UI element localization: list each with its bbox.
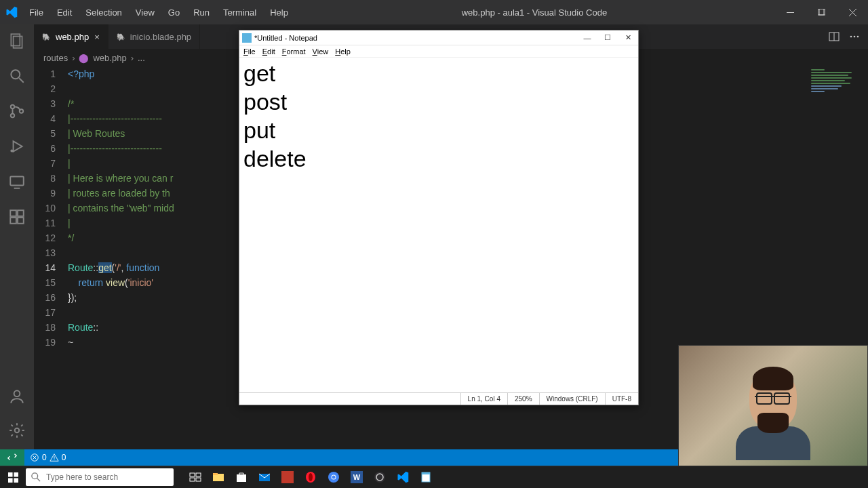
search-icon[interactable] bbox=[7, 66, 26, 85]
svg-point-20 bbox=[857, 36, 859, 38]
window-title: web.php - aula1 - Visual Studio Code bbox=[294, 7, 774, 18]
breadcrumb-folder[interactable]: routes bbox=[43, 53, 68, 63]
svg-rect-22 bbox=[8, 472, 13, 477]
svg-rect-23 bbox=[14, 472, 18, 477]
notepad-menu-edit[interactable]: Edit bbox=[262, 47, 275, 56]
source-control-icon[interactable] bbox=[7, 102, 26, 121]
vscode-titlebar: FileEditSelectionViewGoRunTerminalHelp w… bbox=[0, 0, 868, 24]
svg-point-37 bbox=[309, 473, 313, 481]
php-icon: ⬤ bbox=[79, 53, 89, 63]
svg-rect-30 bbox=[196, 478, 201, 481]
menu-file[interactable]: File bbox=[23, 0, 50, 24]
tab-inicio-blade-php[interactable]: 🐘inicio.blade.php bbox=[108, 24, 200, 49]
notepad-textarea[interactable]: getpostputdelete bbox=[239, 58, 638, 392]
menu-help[interactable]: Help bbox=[264, 0, 294, 24]
svg-rect-33 bbox=[237, 474, 246, 482]
svg-point-19 bbox=[854, 36, 856, 38]
svg-rect-14 bbox=[18, 218, 24, 224]
notepad-menu-file[interactable]: File bbox=[243, 47, 256, 56]
windows-taskbar: Type here to search W bbox=[0, 466, 868, 488]
svg-rect-1 bbox=[818, 9, 824, 15]
chevron-right-icon: › bbox=[72, 53, 75, 63]
notepad-line: delete bbox=[243, 144, 634, 173]
maximize-button[interactable] bbox=[806, 0, 837, 24]
notepad-cursor-pos: Ln 1, Col 4 bbox=[460, 393, 507, 405]
svg-rect-46 bbox=[422, 472, 430, 474]
start-button[interactable] bbox=[0, 466, 26, 489]
svg-rect-13 bbox=[10, 218, 16, 224]
svg-rect-27 bbox=[190, 473, 195, 476]
breadcrumb-file[interactable]: web.php bbox=[93, 53, 126, 63]
vscode-taskbar-icon[interactable] bbox=[392, 466, 414, 489]
store-icon[interactable] bbox=[231, 466, 252, 489]
menu-bar: FileEditSelectionViewGoRunTerminalHelp bbox=[23, 0, 294, 24]
php-icon: 🐘 bbox=[117, 33, 125, 41]
activity-bar bbox=[0, 24, 34, 449]
notepad-menu-help[interactable]: Help bbox=[335, 47, 351, 56]
svg-point-5 bbox=[11, 70, 20, 79]
task-view-icon[interactable] bbox=[184, 466, 206, 489]
obs-icon[interactable] bbox=[369, 466, 391, 489]
menu-terminal[interactable]: Terminal bbox=[217, 0, 262, 24]
opera-icon[interactable] bbox=[300, 466, 321, 489]
breadcrumb-trail[interactable]: ... bbox=[138, 53, 145, 63]
svg-rect-12 bbox=[18, 210, 24, 216]
svg-rect-25 bbox=[14, 478, 18, 483]
notepad-statusbar: Ln 1, Col 4 250% Windows (CRLF) UTF-8 bbox=[239, 392, 638, 405]
mail-icon[interactable] bbox=[254, 466, 275, 489]
debug-icon[interactable] bbox=[7, 137, 26, 156]
taskbar-search[interactable]: Type here to search bbox=[26, 468, 174, 486]
notepad-close-button[interactable]: ✕ bbox=[618, 33, 638, 42]
app-icon[interactable] bbox=[277, 466, 298, 489]
tab-web-php[interactable]: 🐘web.php× bbox=[34, 24, 108, 49]
close-tab-icon[interactable]: × bbox=[94, 32, 100, 42]
chrome-icon[interactable] bbox=[323, 466, 344, 489]
svg-point-40 bbox=[332, 476, 336, 479]
svg-rect-29 bbox=[190, 478, 195, 481]
notepad-line: get bbox=[243, 59, 634, 87]
svg-rect-2 bbox=[819, 9, 825, 15]
word-icon[interactable]: W bbox=[346, 466, 368, 489]
svg-point-7 bbox=[11, 114, 14, 117]
notepad-taskbar-icon[interactable] bbox=[415, 466, 437, 489]
notepad-minimize-button[interactable]: — bbox=[577, 34, 597, 42]
remote-icon[interactable] bbox=[7, 172, 26, 191]
explorer-icon[interactable] bbox=[7, 31, 26, 50]
php-icon: 🐘 bbox=[42, 33, 50, 41]
close-button[interactable] bbox=[837, 0, 868, 24]
notepad-line: put bbox=[243, 116, 634, 144]
more-actions-icon[interactable] bbox=[849, 31, 860, 42]
menu-run[interactable]: Run bbox=[187, 0, 216, 24]
problems-indicator[interactable]: 0 0 bbox=[24, 453, 71, 462]
settings-gear-icon[interactable] bbox=[7, 421, 26, 440]
minimize-button[interactable] bbox=[774, 0, 806, 24]
notepad-line: post bbox=[243, 87, 634, 116]
notepad-menu-view[interactable]: View bbox=[313, 47, 329, 56]
notepad-titlebar[interactable]: *Untitled - Notepad — ☐ ✕ bbox=[239, 30, 638, 45]
svg-text:W: W bbox=[353, 473, 361, 481]
menu-edit[interactable]: Edit bbox=[51, 0, 78, 24]
chevron-right-icon: › bbox=[131, 53, 134, 63]
extensions-icon[interactable] bbox=[7, 207, 26, 226]
account-icon[interactable] bbox=[7, 387, 26, 406]
svg-rect-10 bbox=[10, 176, 24, 185]
svg-rect-28 bbox=[196, 473, 201, 476]
menu-go[interactable]: Go bbox=[162, 0, 186, 24]
search-placeholder: Type here to search bbox=[46, 472, 118, 482]
menu-view[interactable]: View bbox=[130, 0, 161, 24]
notepad-menu-format[interactable]: Format bbox=[282, 47, 306, 56]
notepad-maximize-button[interactable]: ☐ bbox=[597, 33, 618, 42]
svg-point-6 bbox=[11, 105, 14, 108]
svg-point-15 bbox=[14, 390, 20, 396]
webcam-overlay bbox=[678, 345, 868, 470]
svg-rect-24 bbox=[8, 478, 13, 483]
notepad-eol: Windows (CRLF) bbox=[539, 393, 605, 405]
svg-rect-32 bbox=[213, 473, 218, 475]
svg-point-9 bbox=[11, 150, 12, 151]
notepad-zoom: 250% bbox=[507, 393, 539, 405]
menu-selection[interactable]: Selection bbox=[79, 0, 127, 24]
minimap[interactable] bbox=[811, 69, 865, 110]
file-explorer-icon[interactable] bbox=[208, 466, 229, 489]
split-editor-icon[interactable] bbox=[829, 31, 840, 42]
remote-indicator[interactable] bbox=[0, 449, 24, 466]
